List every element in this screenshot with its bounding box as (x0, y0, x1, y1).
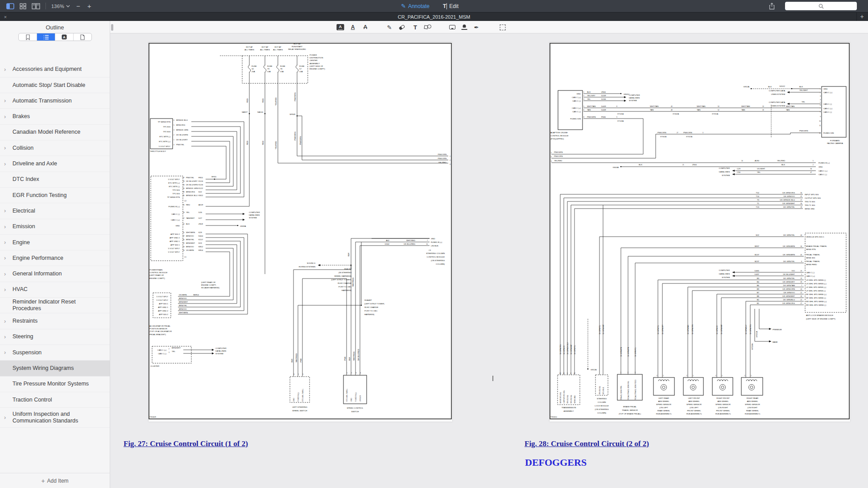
chevron-right-icon[interactable]: › (4, 98, 6, 103)
annotate-tab[interactable]: ✎ Annotate (398, 0, 432, 12)
chevron-right-icon[interactable]: › (4, 225, 6, 229)
shapes-icon[interactable] (424, 21, 431, 33)
tab-pages[interactable] (74, 33, 91, 41)
chevron-right-icon[interactable]: › (4, 162, 6, 166)
svg-text:TP1 SIG: TP1 SIG (173, 193, 180, 195)
sidebar-item[interactable]: ›Restraints (0, 313, 110, 329)
sidebar-item[interactable]: Traction Control (0, 392, 110, 408)
sidebar-toggle-icon[interactable] (4, 0, 17, 12)
search-input[interactable] (785, 2, 857, 10)
new-tab-button[interactable]: + (856, 12, 867, 21)
sidebar-item[interactable]: ›Collision (0, 140, 110, 156)
svg-text:TRS T1 SIG: TRS T1 SIG (599, 386, 601, 394)
chevron-right-icon[interactable]: › (4, 335, 6, 339)
zoom-in-button[interactable]: + (84, 0, 95, 12)
svg-text:HOT W/RUN/STARTRELAY ENERGIZED: HOT W/RUN/STARTRELAY ENERGIZED (288, 43, 306, 50)
select-rect-icon[interactable] (500, 21, 506, 33)
svg-text:T35610: T35610 (550, 416, 557, 418)
sidebar-item[interactable]: ›Accessories and Equipment (0, 62, 110, 78)
sidebar-item[interactable]: Reminder Indicator Reset Procedures (0, 298, 110, 313)
svg-text:WHT/RED: WHT/RED (295, 353, 298, 362)
svg-text:CONTROL MODULE: CONTROL MODULE (427, 256, 445, 258)
svg-text:GND: GND (293, 398, 295, 402)
figure-27-caption-link[interactable]: Fig. 27: Cruise Control Circuit (1 of 2) (124, 439, 248, 448)
strikethrough-text-icon[interactable]: A (364, 21, 368, 33)
underline-text-icon[interactable]: A (351, 21, 355, 33)
svg-text:FRONT WHEEL: FRONT WHEEL (716, 410, 730, 412)
highlight-style-icon[interactable]: A (337, 21, 344, 33)
svg-text:D449: D449 (601, 105, 606, 107)
sidebar-item[interactable]: ›Automatic Transmission (0, 93, 110, 109)
cruise-control-circuit-1-diagram: HOT ATALL TIMESHOT ATALL TIMESHOT ATALL … (149, 42, 452, 422)
sidebar-item[interactable]: ›Brakes (0, 109, 110, 125)
svg-text:LEFT STEERING: LEFT STEERING (292, 406, 307, 408)
text-tool-icon[interactable]: T (413, 21, 417, 33)
sidebar-item[interactable]: Tire Pressure Monitor Systems (0, 377, 110, 392)
sidebar-item[interactable]: ›Emission (0, 219, 110, 235)
chevron-right-icon[interactable]: › (4, 115, 6, 119)
thumbnail-grid-icon[interactable] (17, 0, 29, 12)
svg-text:22: 22 (800, 299, 802, 301)
tab-outline[interactable] (37, 33, 55, 41)
svg-text:RED: RED (186, 204, 190, 206)
svg-text:BRN/WHT: BRN/WHT (179, 301, 188, 303)
sidebar-item[interactable]: ›Engine (0, 235, 110, 250)
tab-annotations[interactable]: A (55, 33, 74, 41)
svg-text:DK BLU/GRN: DK BLU/GRN (186, 184, 198, 186)
svg-text:S22: S22 (756, 234, 759, 236)
svg-text:APP SIG 2: APP SIG 2 (170, 233, 180, 235)
chevron-right-icon[interactable]: › (4, 272, 6, 276)
chevron-right-icon[interactable]: › (4, 287, 6, 292)
svg-text:DK GRN/DK BLU: DK GRN/DK BLU (567, 342, 569, 354)
stamp-icon[interactable] (462, 21, 467, 33)
zoom-out-button[interactable]: − (73, 0, 84, 12)
document-tab-title[interactable]: CR_PACIFICA_2016-2021_MSM (0, 12, 868, 21)
svg-text:ABS WHEEL: ABS WHEEL (747, 400, 758, 402)
svg-text:2: 2 (820, 92, 821, 94)
chevron-right-icon[interactable]: › (4, 240, 6, 245)
edit-tab[interactable]: T Edit (440, 0, 461, 12)
chevron-right-icon[interactable]: › (4, 256, 6, 260)
eraser-icon[interactable] (399, 21, 405, 33)
sidebar-item[interactable]: ›Electrical (0, 203, 110, 219)
note-icon[interactable] (449, 21, 455, 33)
tab-bookmarks[interactable] (19, 33, 37, 41)
signature-icon[interactable]: ✒ (474, 21, 479, 33)
sidebar-item[interactable]: ›Engine Performance (0, 250, 110, 266)
sidebar-item[interactable]: ›Steering (0, 329, 110, 345)
sidebar-item[interactable]: Canadian Model Reference (0, 125, 110, 140)
sidebar-item[interactable]: ›Suspension (0, 345, 110, 361)
svg-text:DK BLU/RED: DK BLU/RED (357, 349, 360, 361)
svg-text:A209: A209 (198, 204, 203, 206)
add-item-button[interactable]: + Add Item (0, 473, 110, 488)
sidebar-resize-handle[interactable] (111, 24, 113, 31)
chevron-right-icon[interactable]: › (4, 319, 6, 324)
sidebar-item[interactable]: ›Driveline and Axle (0, 156, 110, 172)
svg-text:OUTPUT SPD SIG: OUTPUT SPD SIG (805, 197, 821, 199)
chevron-right-icon[interactable]: › (4, 146, 6, 150)
sidebar-item[interactable]: ›Uniform Inspection and Communication St… (0, 408, 110, 428)
two-page-view-icon[interactable] (29, 0, 43, 12)
sidebar-item[interactable]: EGR Function Testing (0, 188, 110, 203)
svg-text:WHT/BRN: WHT/BRN (179, 312, 188, 314)
figure-28-caption-link[interactable]: Fig. 28: Cruise Control Circuit (2 of 2) (525, 439, 649, 448)
sidebar-item[interactable]: ›General Information (0, 267, 110, 282)
sidebar-item[interactable]: DTC Index (0, 172, 110, 188)
svg-text:87: 87 (183, 177, 185, 179)
svg-text:(ON STEERING: (ON STEERING (431, 259, 445, 262)
chevron-right-icon[interactable]: › (4, 209, 6, 213)
sidebar-item[interactable]: ›HVAC (0, 282, 110, 298)
sidebar-item[interactable]: System Wiring Diagrams (0, 361, 110, 376)
zoom-level-dropdown[interactable]: 136% (49, 0, 73, 12)
chevron-right-icon[interactable]: › (4, 350, 6, 355)
chevron-right-icon[interactable]: › (4, 415, 6, 420)
svg-text:BRN/DK BLU: BRN/DK BLU (186, 194, 198, 197)
sidebar-item-label: Engine Performance (12, 255, 63, 262)
svg-text:TAN/WHT: TAN/WHT (186, 217, 195, 219)
sidebar-item[interactable]: Automatic Stop/ Start Disable (0, 78, 110, 93)
pencil-icon[interactable]: ✎ (387, 21, 392, 33)
svg-text:HARNESS): HARNESS) (364, 313, 375, 316)
share-icon[interactable] (766, 0, 777, 12)
chevron-right-icon[interactable]: › (4, 67, 6, 72)
svg-text:COMPUTERDATA LINESSYSTEM: COMPUTERDATA LINESSYSTEM (629, 94, 640, 102)
